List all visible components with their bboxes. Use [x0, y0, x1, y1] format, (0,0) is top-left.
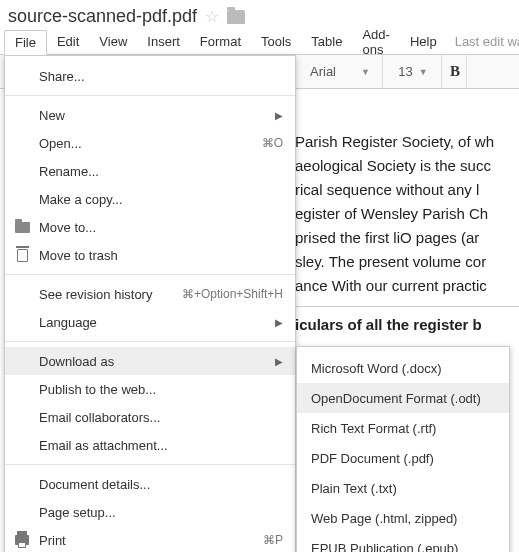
font-size: 13: [398, 64, 412, 79]
separator: [5, 341, 295, 342]
submenu-item-txt[interactable]: Plain Text (.txt): [297, 473, 509, 503]
menu-view[interactable]: View: [89, 30, 137, 53]
folder-icon: [14, 219, 30, 235]
file-menu-dropdown: Share... New▶ Open...⌘O Rename... Make a…: [4, 55, 296, 552]
submenu-item-docx[interactable]: Microsoft Word (.docx): [297, 353, 509, 383]
menu-item-email-collaborators[interactable]: Email collaborators...: [5, 403, 295, 431]
menu-item-print[interactable]: Print⌘P: [5, 526, 295, 552]
menu-item-page-setup[interactable]: Page setup...: [5, 498, 295, 526]
body-line: aeological Society is the succ: [295, 154, 519, 178]
download-as-submenu: Microsoft Word (.docx) OpenDocument Form…: [296, 346, 510, 552]
separator: [5, 95, 295, 96]
menu-item-open[interactable]: Open...⌘O: [5, 129, 295, 157]
shortcut: ⌘P: [263, 533, 283, 547]
body-line: iculars of all the register b: [295, 313, 519, 337]
separator: [295, 306, 519, 307]
separator: [5, 274, 295, 275]
submenu-item-rtf[interactable]: Rich Text Format (.rtf): [297, 413, 509, 443]
submenu-item-html[interactable]: Web Page (.html, zipped): [297, 503, 509, 533]
menu-item-share[interactable]: Share...: [5, 62, 295, 90]
submenu-item-epub[interactable]: EPUB Publication (.epub): [297, 533, 509, 552]
menu-item-publish-web[interactable]: Publish to the web...: [5, 375, 295, 403]
trash-icon: [14, 247, 30, 263]
menu-table[interactable]: Table: [301, 30, 352, 53]
chevron-right-icon: ▶: [275, 110, 283, 121]
shortcut: ⌘O: [262, 136, 283, 150]
menu-item-language[interactable]: Language▶: [5, 308, 295, 336]
menu-item-rename[interactable]: Rename...: [5, 157, 295, 185]
document-title[interactable]: source-scanned-pdf.pdf: [8, 6, 197, 27]
chevron-down-icon: ▼: [419, 67, 428, 77]
menu-edit[interactable]: Edit: [47, 30, 89, 53]
menu-item-document-details[interactable]: Document details...: [5, 470, 295, 498]
star-icon[interactable]: ☆: [205, 7, 219, 26]
menu-help[interactable]: Help: [400, 30, 447, 53]
body-line: egister of Wensley Parish Ch: [295, 202, 519, 226]
menu-file[interactable]: File: [4, 30, 47, 55]
body-line: prised the first liO pages (ar: [295, 226, 519, 250]
print-icon: [14, 532, 30, 548]
menu-format[interactable]: Format: [190, 30, 251, 53]
menu-item-email-attachment[interactable]: Email as attachment...: [5, 431, 295, 459]
body-line: rical sequence without any l: [295, 178, 519, 202]
menu-item-make-copy[interactable]: Make a copy...: [5, 185, 295, 213]
body-line: Parish Register Society, of wh: [295, 130, 519, 154]
font-select[interactable]: Arial ▼: [304, 60, 376, 84]
submenu-item-odt[interactable]: OpenDocument Format (.odt): [297, 383, 509, 413]
menu-tools[interactable]: Tools: [251, 30, 301, 53]
body-line: ance With our current practic: [295, 274, 519, 298]
body-line: sley. The present volume cor: [295, 250, 519, 274]
menubar: File Edit View Insert Format Tools Table…: [0, 29, 519, 55]
folder-icon[interactable]: [227, 10, 245, 24]
menu-item-move-to[interactable]: Move to...: [5, 213, 295, 241]
menu-item-revision-history[interactable]: See revision history⌘+Option+Shift+H: [5, 280, 295, 308]
separator: [5, 464, 295, 465]
chevron-down-icon: ▼: [361, 67, 370, 77]
menu-item-download-as[interactable]: Download as▶: [5, 347, 295, 375]
bold-button[interactable]: B: [450, 63, 460, 80]
menu-insert[interactable]: Insert: [137, 30, 190, 53]
menu-item-new[interactable]: New▶: [5, 101, 295, 129]
font-name: Arial: [310, 64, 336, 79]
submenu-item-pdf[interactable]: PDF Document (.pdf): [297, 443, 509, 473]
font-size-select[interactable]: 13 ▼: [391, 60, 435, 84]
chevron-right-icon: ▶: [275, 356, 283, 367]
chevron-right-icon: ▶: [275, 317, 283, 328]
last-edit-text[interactable]: Last edit was: [455, 34, 519, 49]
shortcut: ⌘+Option+Shift+H: [182, 287, 283, 301]
menu-item-move-to-trash[interactable]: Move to trash: [5, 241, 295, 269]
